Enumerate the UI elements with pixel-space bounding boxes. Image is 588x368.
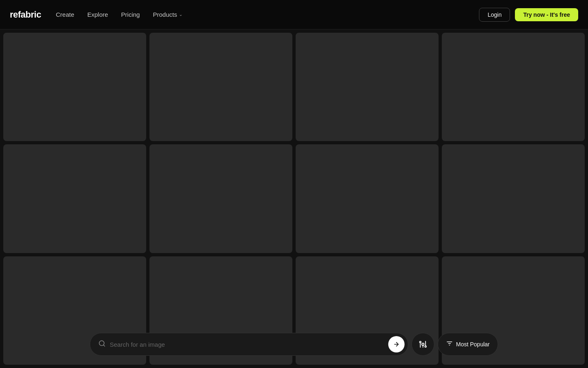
- chevron-down-icon: ⌄: [179, 12, 183, 17]
- sort-button[interactable]: Most Popular: [438, 333, 498, 356]
- grid-item[interactable]: [149, 144, 292, 253]
- logo[interactable]: refabric: [10, 9, 41, 20]
- nav-item-products[interactable]: Products ⌄: [153, 11, 182, 18]
- nav-item-pricing[interactable]: Pricing: [121, 11, 140, 18]
- search-icon: [98, 340, 106, 349]
- grid-item[interactable]: [296, 144, 439, 253]
- nav-item-explore[interactable]: Explore: [87, 11, 108, 18]
- nav: Create Explore Pricing Products ⌄: [56, 11, 183, 18]
- search-input[interactable]: [110, 341, 388, 348]
- image-grid: [0, 29, 588, 368]
- grid-item[interactable]: [442, 33, 585, 141]
- filter-button[interactable]: [412, 333, 434, 356]
- header: refabric Create Explore Pricing Products…: [0, 0, 588, 29]
- svg-line-1: [103, 345, 105, 346]
- grid-item[interactable]: [442, 144, 585, 253]
- header-left: refabric Create Explore Pricing Products…: [10, 9, 183, 20]
- grid-item[interactable]: [149, 33, 292, 141]
- login-button[interactable]: Login: [479, 8, 510, 22]
- try-now-button[interactable]: Try now - It's free: [515, 8, 578, 21]
- nav-item-create[interactable]: Create: [56, 11, 74, 18]
- search-bar: [90, 333, 408, 356]
- search-bar-wrapper: Most Popular: [90, 333, 498, 356]
- grid-item[interactable]: [3, 144, 146, 253]
- grid-item[interactable]: [3, 33, 146, 141]
- header-right: Login Try now - It's free: [479, 8, 578, 22]
- sort-icon: [446, 340, 453, 348]
- search-submit-button[interactable]: [388, 336, 405, 352]
- grid-item[interactable]: [296, 33, 439, 141]
- sort-label: Most Popular: [456, 341, 490, 348]
